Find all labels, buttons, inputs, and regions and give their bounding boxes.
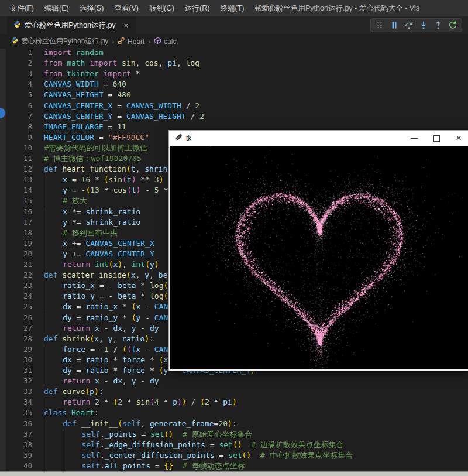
menu-item[interactable]: 终端(T) <box>215 0 249 16</box>
code-text: import random <box>44 47 104 58</box>
step-over-icon[interactable] <box>404 20 414 30</box>
code-text: # 移到画布中央 <box>44 228 118 238</box>
menu-item[interactable]: 运行(R) <box>180 0 215 16</box>
menu-item[interactable]: 查看(V) <box>109 0 144 16</box>
code-line: 37self._points = set() # 原始爱心坐标集合 <box>6 429 468 440</box>
menu-bar: 文件(F)编辑(E)选择(S)查看(V)转到(G)运行(R)终端(T)帮助(H) <box>0 0 285 16</box>
line-number: 5 <box>6 90 32 100</box>
python-file-icon <box>13 20 21 30</box>
class-symbol-icon <box>118 37 125 46</box>
code-text: return x - dx, y - dy <box>44 376 159 386</box>
line-number: 13 <box>6 174 32 185</box>
tk-canvas-area <box>170 146 468 369</box>
line-number: 11 <box>6 153 32 164</box>
code-text: y *= shrink_ratio <box>44 217 140 228</box>
restart-icon[interactable] <box>448 20 457 30</box>
code-text: HEART_COLOR = "#FF99CC" <box>44 132 149 143</box>
line-number: 40 <box>6 461 32 471</box>
code-text: CANVAS_CENTER_X = CANVAS_WIDTH / 2 <box>44 101 199 111</box>
code-line: 38self._edge_diffusion_points = set() # … <box>6 440 468 450</box>
tk-feather-icon <box>174 133 182 143</box>
code-line: 32return x - dx, y - dy <box>6 376 468 386</box>
line-number: 15 <box>6 196 32 206</box>
code-text: IMAGE_ENLARGE = 11 <box>44 122 126 132</box>
line-number: 35 <box>6 407 32 418</box>
code-line: 35class Heart: <box>6 407 468 418</box>
window-title: 爱心粉丝色用Python运行.py - 爱心代码大全 - Vis <box>261 4 468 13</box>
line-number: 37 <box>6 429 32 440</box>
tk-minimize-button[interactable]: — <box>403 131 425 146</box>
code-line: 5CANVAS_HEIGHT = 480 <box>6 90 468 100</box>
chevron-right-icon: › <box>111 38 115 45</box>
code-text: return x - dx, y - dy <box>44 323 159 334</box>
line-number: 26 <box>6 313 32 323</box>
activity-strip <box>0 16 6 472</box>
pause-icon[interactable] <box>390 20 399 30</box>
editor-tab[interactable]: 爱心粉丝色用Python运行.py × <box>7 16 136 34</box>
line-number: 21 <box>6 259 32 270</box>
tk-close-button[interactable]: ✕ <box>448 131 468 146</box>
code-text: self._points = set() # 原始爱心坐标集合 <box>44 429 252 440</box>
line-number: 8 <box>6 122 32 132</box>
code-line: 4CANVAS_WIDTH = 640 <box>6 79 468 90</box>
tk-title-bar[interactable]: tk — ✕ <box>169 131 468 146</box>
menu-item[interactable]: 文件(F) <box>5 0 39 16</box>
line-number: 6 <box>6 101 32 111</box>
menu-item[interactable]: 选择(S) <box>74 0 109 16</box>
code-text: CANVAS_CENTER_Y = CANVAS_HEIGHT / 2 <box>44 111 204 122</box>
line-number: 24 <box>6 291 32 302</box>
python-file-icon <box>11 37 18 46</box>
breadcrumb-file[interactable]: 爱心粉丝色用Python运行.py <box>21 36 108 46</box>
code-text: self._center_diffusion_points = set() # … <box>44 450 353 461</box>
line-number: 10 <box>6 143 32 153</box>
code-line: 6CANVAS_CENTER_X = CANVAS_WIDTH / 2 <box>6 101 468 111</box>
line-number: 25 <box>6 302 32 312</box>
line-number: 20 <box>6 249 32 259</box>
line-number: 39 <box>6 450 32 461</box>
line-number: 27 <box>6 323 32 334</box>
menu-item[interactable]: 编辑(E) <box>39 0 74 16</box>
code-text: y += CANVAS_CENTER_Y <box>44 249 154 259</box>
tab-bar: 爱心粉丝色用Python运行.py × <box>0 16 468 34</box>
tk-window[interactable]: tk — ✕ <box>168 130 468 371</box>
maximize-icon <box>433 135 440 142</box>
line-number: 2 <box>6 58 32 69</box>
line-number: 12 <box>6 164 32 174</box>
code-text: def curve(p): <box>44 386 104 397</box>
code-line: 40self.all_points = {} # 每帧动态点坐标 <box>6 461 468 471</box>
debug-toolbar <box>370 18 462 32</box>
line-number: 30 <box>6 355 32 365</box>
method-symbol-icon <box>154 37 161 46</box>
code-line: 1import random <box>6 47 468 58</box>
code-text: self._edge_diffusion_points = set() # 边缘… <box>44 440 344 450</box>
line-number: 14 <box>6 185 32 196</box>
code-line: 39self._center_diffusion_points = set() … <box>6 450 468 461</box>
line-number: 4 <box>6 79 32 90</box>
code-text: from tkinter import * <box>44 69 140 79</box>
code-text: x *= shrink_ratio <box>44 207 140 217</box>
line-number: 17 <box>6 217 32 228</box>
line-number: 33 <box>6 386 32 397</box>
step-out-icon[interactable] <box>433 20 443 30</box>
code-text: from math import sin, cos, pi, log <box>44 58 199 69</box>
code-text: def shrink(x, y, ratio): <box>44 334 154 344</box>
code-line: 36def __init__(self, generate_frame=20): <box>6 419 468 429</box>
gripper-icon[interactable] <box>375 20 384 30</box>
line-number: 18 <box>6 228 32 238</box>
code-text: #需要源代码的可以加博主微信 <box>44 143 147 153</box>
chevron-right-icon: › <box>147 38 151 45</box>
step-into-icon[interactable] <box>419 20 428 30</box>
breadcrumb-method[interactable]: calc <box>154 37 176 46</box>
code-text: return 2 * (2 * sin(4 * p)) / (2 * pi) <box>44 397 237 407</box>
code-text: x += CANVAS_CENTER_X <box>44 238 154 249</box>
line-number: 16 <box>6 207 32 217</box>
line-number: 32 <box>6 376 32 386</box>
tab-close-icon[interactable]: × <box>123 21 130 30</box>
line-number: 36 <box>6 419 32 429</box>
tk-maximize-button[interactable] <box>425 131 448 146</box>
code-text: CANVAS_HEIGHT = 480 <box>44 90 131 100</box>
tk-window-title: tk <box>186 134 191 142</box>
breadcrumb-class[interactable]: Heart <box>118 37 144 46</box>
menu-item[interactable]: 转到(G) <box>144 0 180 16</box>
title-bar: 文件(F)编辑(E)选择(S)查看(V)转到(G)运行(R)终端(T)帮助(H)… <box>0 0 468 16</box>
